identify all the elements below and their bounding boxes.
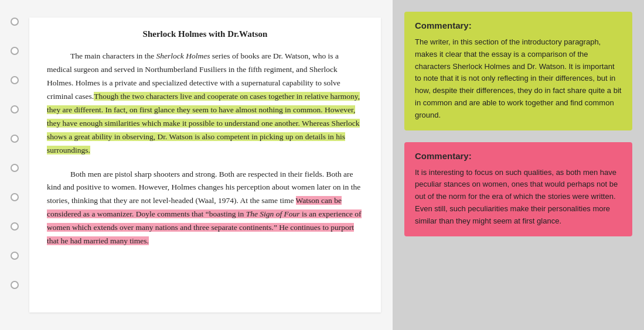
right-panel: Commentary: The writer, in this section … (393, 0, 644, 330)
paragraph-1: The main characters in the Sherlock Holm… (47, 50, 363, 157)
document-area: Sherlock Holmes with Dr.Watson The main … (29, 18, 381, 312)
radio-button-8[interactable] (11, 222, 19, 231)
radio-button-7[interactable] (11, 193, 19, 201)
radio-button-4[interactable] (11, 105, 19, 114)
commentary-box-2: Commentary: It is interesting to focus o… (404, 142, 632, 236)
radio-button-9[interactable] (11, 252, 19, 260)
radio-button-6[interactable] (11, 164, 19, 172)
radio-button-5[interactable] (11, 135, 19, 143)
left-panel: Sherlock Holmes with Dr.Watson The main … (0, 0, 393, 330)
p1-italic: Sherlock Holmes (156, 51, 210, 60)
p2-italic: The Sign of Four (246, 209, 300, 218)
commentary-box-1: Commentary: The writer, in this section … (404, 12, 632, 130)
commentary-text-2: It is interesting to focus on such quali… (415, 167, 622, 228)
radio-button-1[interactable] (11, 18, 19, 26)
commentary-title-2: Commentary: (415, 151, 622, 161)
p1-before-italic: The main characters in the (70, 51, 156, 60)
paragraph-2: Both men are pistol sharp shooters and s… (47, 168, 363, 249)
commentary-title-1: Commentary: (415, 20, 622, 30)
radio-button-2[interactable] (11, 47, 19, 55)
p1-green-highlight: Though the two characters live and coope… (47, 92, 360, 154)
radio-button-3[interactable] (11, 76, 19, 84)
document-title: Sherlock Holmes with Dr.Watson (47, 29, 363, 39)
radio-column (0, 12, 29, 318)
commentary-text-1: The writer, in this section of the intro… (415, 36, 622, 122)
radio-button-10[interactable] (11, 281, 19, 289)
